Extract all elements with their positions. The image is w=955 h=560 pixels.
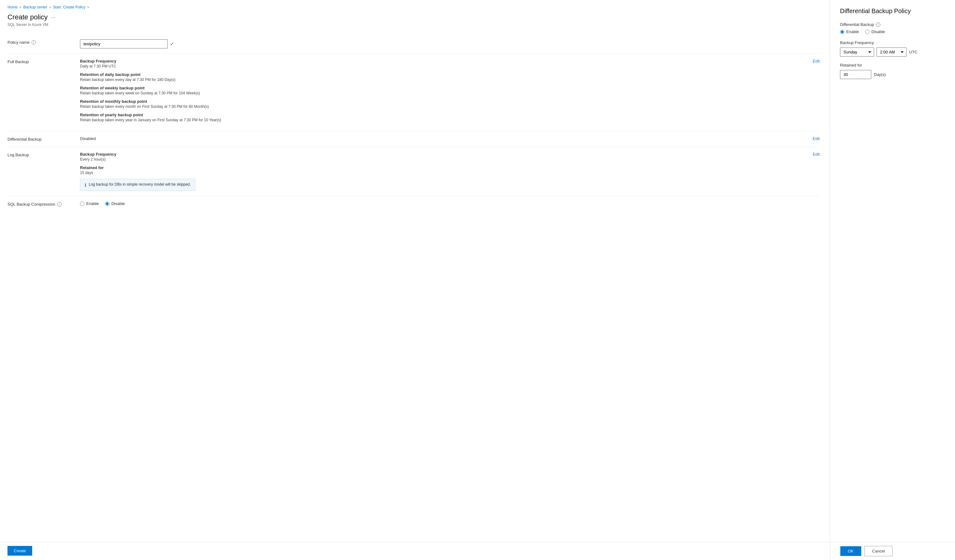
right-backup-frequency-select-row: Sunday Monday Tuesday Wednesday Thursday… [840,47,945,56]
right-retained-for-input-row: Day(s) [840,70,945,79]
log-backup-details: Backup Frequency Every 2 hour(s) Retaine… [80,152,195,191]
breadcrumb: Home > Backup center > Start: Create Pol… [8,5,820,9]
full-backup-edit-row: Backup Frequency Daily at 7:30 PM UTC Re… [80,59,820,126]
full-bottom-bar: Create OK Cancel [0,542,955,560]
ok-button[interactable]: OK [840,546,861,556]
retention-monthly-value: Retain backup taken every month on First… [80,104,221,109]
full-backup-details: Backup Frequency Daily at 7:30 PM UTC Re… [80,59,221,126]
retention-monthly-block: Retention of monthly backup point Retain… [80,99,221,109]
right-retained-for-row: Retained for Day(s) [840,63,945,79]
more-options-icon[interactable]: ··· [51,14,55,20]
full-backup-edit-link[interactable]: Edit [813,59,820,63]
full-backup-content: Backup Frequency Daily at 7:30 PM UTC Re… [80,59,820,126]
left-panel: Home > Backup center > Start: Create Pol… [0,0,830,542]
right-differential-radio-group: Enable Disable [840,30,945,34]
retention-yearly-block: Retention of yearly backup point Retain … [80,113,221,122]
log-backup-content: Backup Frequency Every 2 hour(s) Retaine… [80,152,820,191]
policy-name-check-icon: ✓ [170,41,174,47]
right-differential-info-icon[interactable]: i [876,22,880,27]
retention-weekly-value: Retain backup taken every week on Sunday… [80,91,221,95]
retention-daily-title: Retention of daily backup point [80,72,221,77]
right-retained-for-input[interactable] [840,70,871,79]
right-bottom-bar: OK Cancel [830,542,955,560]
sql-backup-compression-section: SQL Backup Compression i Enable Disable [8,196,820,211]
breadcrumb-sep-3: > [87,5,89,9]
full-backup-section: Full Backup Backup Frequency Daily at 7:… [8,54,820,131]
right-differential-enable-option[interactable]: Enable [840,30,859,34]
policy-name-input-row: ✓ [80,39,820,48]
full-backup-frequency-title: Backup Frequency [80,59,221,63]
policy-name-input[interactable] [80,39,168,48]
log-backup-info-text: Log backup for DBs in simple recovery mo… [89,182,191,186]
sql-compression-disable-label: Disable [111,201,125,206]
sql-backup-compression-label: SQL Backup Compression i [8,201,70,206]
policy-name-label: Policy name i [8,39,70,45]
right-panel: Differential Backup Policy Differential … [830,0,955,542]
full-backup-frequency-value: Daily at 7:30 PM UTC [80,64,221,69]
sql-compression-info-icon[interactable]: i [57,202,61,206]
cancel-button[interactable]: Cancel [864,546,892,556]
full-backup-label: Full Backup [8,59,70,64]
differential-backup-edit-row: Disabled Edit [80,136,820,141]
differential-backup-label: Differential Backup [8,136,70,142]
retention-weekly-block: Retention of weekly backup point Retain … [80,86,221,95]
right-differential-backup-label: Differential Backup i [840,22,945,27]
log-backup-retained-value: 15 days [80,171,195,175]
right-utc-label: UTC [909,50,917,55]
differential-backup-status: Disabled [80,136,96,141]
log-backup-frequency-title: Backup Frequency [80,152,195,156]
policy-name-section: Policy name i ✓ [8,34,820,54]
full-backup-frequency-block: Backup Frequency Daily at 7:30 PM UTC [80,59,221,69]
info-circle-icon: ℹ [85,183,86,188]
right-differential-backup-row: Differential Backup i Enable Disable [840,22,945,34]
right-time-select[interactable]: 12:00 AM 1:00 AM 2:00 AM 3:00 AM 4:00 AM… [877,47,906,56]
log-backup-section: Log Backup Backup Frequency Every 2 hour… [8,147,820,196]
create-button[interactable]: Create [8,546,32,555]
right-differential-disable-radio[interactable] [865,30,869,34]
right-retained-for-label: Retained for [840,63,945,67]
sql-backup-compression-content: Enable Disable [80,201,820,206]
differential-backup-edit-link[interactable]: Edit [813,136,820,141]
breadcrumb-create-policy[interactable]: Start: Create Policy [53,5,85,9]
retention-yearly-value: Retain backup taken every year in Januar… [80,118,221,122]
differential-backup-content: Disabled Edit [80,136,820,141]
log-backup-retained-block: Retained for 15 days [80,165,195,175]
sql-compression-disable-radio[interactable] [105,202,110,206]
sql-compression-disable-option[interactable]: Disable [105,201,125,206]
log-backup-edit-row: Backup Frequency Every 2 hour(s) Retaine… [80,152,820,191]
log-backup-info-box: ℹ Log backup for DBs in simple recovery … [80,179,195,191]
page-title: Create policy [8,13,47,21]
right-differential-enable-label: Enable [846,30,859,34]
right-day-select[interactable]: Sunday Monday Tuesday Wednesday Thursday… [840,47,874,56]
breadcrumb-backup-center[interactable]: Backup center [23,5,47,9]
breadcrumb-home[interactable]: Home [8,5,17,9]
sql-compression-enable-radio[interactable] [80,202,85,206]
page-subtitle: SQL Server in Azure VM [8,22,820,27]
log-backup-label: Log Backup [8,152,70,157]
right-differential-disable-label: Disable [871,30,885,34]
log-backup-frequency-block: Backup Frequency Every 2 hour(s) [80,152,195,161]
policy-name-content: ✓ [80,39,820,48]
log-backup-edit-link[interactable]: Edit [813,152,820,156]
breadcrumb-sep-2: > [49,5,51,9]
right-panel-title: Differential Backup Policy [840,8,945,15]
right-retained-unit-label: Day(s) [874,72,886,77]
right-differential-enable-radio[interactable] [840,30,844,34]
log-backup-retained-title: Retained for [80,165,195,170]
differential-backup-section: Differential Backup Disabled Edit [8,131,820,147]
retention-yearly-title: Retention of yearly backup point [80,113,221,117]
breadcrumb-sep-1: > [19,5,21,9]
left-bottom-bar: Create [0,542,830,560]
right-backup-frequency-row: Backup Frequency Sunday Monday Tuesday W… [840,40,945,56]
right-differential-disable-option[interactable]: Disable [865,30,885,34]
retention-monthly-title: Retention of monthly backup point [80,99,221,104]
sql-compression-radio-group: Enable Disable [80,201,820,206]
retention-weekly-title: Retention of weekly backup point [80,86,221,90]
page-title-row: Create policy ··· [8,13,820,21]
policy-name-info-icon[interactable]: i [31,40,36,45]
right-backup-frequency-label: Backup Frequency [840,40,945,45]
retention-daily-value: Retain backup taken every day at 7:30 PM… [80,78,221,82]
retention-daily-block: Retention of daily backup point Retain b… [80,72,221,82]
sql-compression-enable-option[interactable]: Enable [80,201,99,206]
sql-compression-enable-label: Enable [86,201,99,206]
